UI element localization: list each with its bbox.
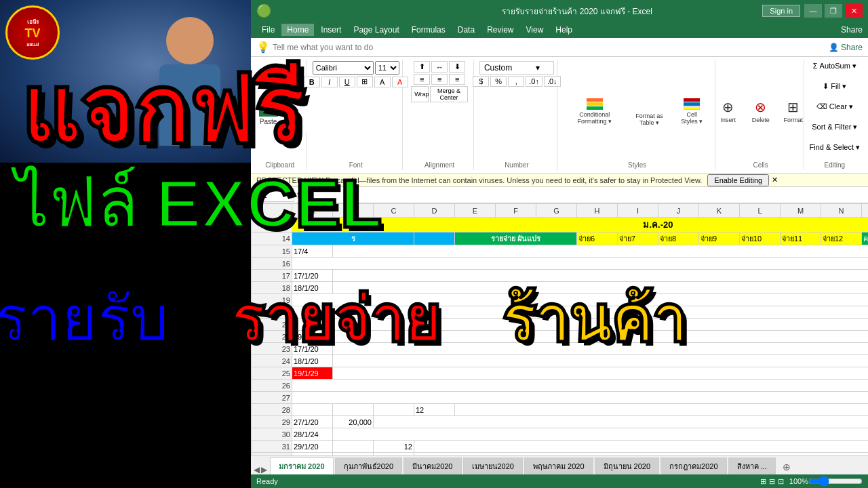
align-left-button[interactable]: ≡ bbox=[414, 74, 430, 85]
table-cell[interactable] bbox=[292, 380, 869, 392]
font-family-select[interactable]: Calibri bbox=[313, 61, 374, 75]
underline-button[interactable]: U bbox=[339, 77, 355, 87]
table-cell[interactable] bbox=[292, 258, 869, 270]
share-icon-btn[interactable]: 👤 Share bbox=[829, 43, 863, 52]
table-cell[interactable] bbox=[455, 404, 869, 416]
sign-in-button[interactable]: Sign in bbox=[762, 5, 800, 17]
table-cell[interactable]: 17/1/20 bbox=[292, 343, 333, 355]
sheet-tab-august[interactable]: สิงหาค ... bbox=[728, 458, 776, 474]
align-bottom-button[interactable]: ⬇ bbox=[449, 61, 465, 73]
table-cell[interactable] bbox=[333, 355, 869, 367]
align-top-button[interactable]: ⬆ bbox=[414, 61, 430, 73]
table-cell[interactable] bbox=[292, 294, 869, 306]
table-cell[interactable]: 18/1/20 bbox=[292, 355, 333, 367]
table-cell[interactable]: 100,000 bbox=[333, 453, 374, 456]
find-select-button[interactable]: Find & Select ▾ bbox=[806, 142, 863, 161]
menu-review[interactable]: Review bbox=[481, 24, 519, 36]
table-cell[interactable] bbox=[292, 319, 869, 331]
close-button[interactable]: ✕ bbox=[845, 4, 863, 18]
border-button[interactable]: ⊞ bbox=[357, 76, 373, 87]
share-button[interactable]: Share bbox=[841, 25, 863, 35]
wrap-text-button[interactable]: Wrap bbox=[411, 86, 429, 102]
decimal-increase-button[interactable]: .0↑ bbox=[526, 76, 542, 87]
col-header-b[interactable]: B bbox=[333, 204, 374, 218]
col-header-f[interactable]: F bbox=[496, 204, 536, 218]
table-cell[interactable] bbox=[292, 404, 333, 416]
table-cell[interactable]: 28/1/24 bbox=[292, 428, 333, 441]
next-sheet-button[interactable]: ▶ bbox=[261, 465, 267, 474]
number-format-dropdown[interactable]: Custom ▾ bbox=[479, 61, 554, 75]
table-cell[interactable]: 12 bbox=[414, 404, 455, 416]
table-cell[interactable] bbox=[333, 331, 869, 343]
table-cell[interactable]: 17/4 bbox=[292, 245, 333, 258]
table-cell[interactable]: จ่าย9 bbox=[699, 232, 740, 245]
cell-reference-input[interactable]: A1 bbox=[254, 188, 294, 202]
clear-button[interactable]: ⌫ Clear ▾ bbox=[806, 102, 863, 121]
sheet-tab-february[interactable]: กุมภาพันธ์2020 bbox=[335, 458, 402, 474]
table-cell[interactable]: 12 bbox=[374, 441, 414, 453]
table-cell[interactable]: 1,000 bbox=[374, 453, 414, 456]
table-cell[interactable] bbox=[333, 282, 869, 294]
table-cell[interactable] bbox=[414, 441, 869, 453]
view-normal-icon[interactable]: ⊞ bbox=[760, 477, 766, 486]
sheet-tab-april[interactable]: เมษายน2020 bbox=[463, 458, 523, 474]
view-preview-icon[interactable]: ⊡ bbox=[778, 477, 784, 486]
subheader-cell[interactable]: รายจ่าย ผันแปร bbox=[455, 232, 577, 245]
table-cell[interactable] bbox=[333, 428, 869, 441]
table-cell[interactable]: จ่าย11 bbox=[781, 232, 821, 245]
table-cell[interactable]: 17/1/20 bbox=[292, 270, 333, 282]
minimize-button[interactable]: — bbox=[804, 4, 822, 18]
enable-editing-button[interactable]: Enable Editing bbox=[707, 174, 769, 186]
align-right-button[interactable]: ≡ bbox=[449, 74, 465, 85]
conditional-formatting-button[interactable]: Conditional Formatting ▾ bbox=[566, 95, 624, 128]
table-cell[interactable] bbox=[333, 245, 869, 258]
table-cell[interactable]: ร bbox=[292, 232, 414, 245]
table-cell[interactable] bbox=[333, 367, 869, 380]
col-header-g[interactable]: G bbox=[536, 204, 577, 218]
table-cell[interactable] bbox=[333, 343, 869, 355]
sheet-tab-may[interactable]: พฤษภาคม 2020 bbox=[524, 458, 593, 474]
table-cell[interactable]: คงเหลือ bbox=[862, 232, 869, 245]
formula-input[interactable] bbox=[307, 190, 865, 200]
col-header-k[interactable]: K bbox=[699, 204, 740, 218]
zoom-slider[interactable] bbox=[808, 476, 863, 487]
table-cell[interactable]: 30/1/20 bbox=[292, 453, 333, 456]
add-sheet-button[interactable]: ⊕ bbox=[777, 460, 796, 474]
table-cell[interactable]: จ่าย6 bbox=[577, 232, 618, 245]
header-cell[interactable]: ม.ค.-20 bbox=[292, 218, 869, 232]
table-cell[interactable]: 29/1/20 bbox=[292, 441, 333, 453]
comma-button[interactable]: , bbox=[508, 76, 524, 87]
table-cell[interactable] bbox=[333, 404, 374, 416]
col-header-o[interactable]: O bbox=[862, 204, 869, 218]
table-cell[interactable]: 19/1/20 bbox=[292, 331, 333, 343]
fill-button[interactable]: ⬇ Fill ▾ bbox=[806, 81, 863, 100]
table-cell[interactable] bbox=[374, 404, 414, 416]
sheet-tab-march[interactable]: มีนาคม2020 bbox=[403, 458, 461, 474]
format-button[interactable]: ⊞ Format bbox=[778, 96, 808, 127]
col-header-h[interactable]: H bbox=[577, 204, 618, 218]
menu-insert[interactable]: Insert bbox=[315, 24, 347, 36]
table-cell[interactable] bbox=[333, 270, 869, 282]
menu-home[interactable]: Home bbox=[281, 24, 314, 36]
font-color-button[interactable]: A bbox=[392, 77, 408, 87]
col-header-c[interactable]: C bbox=[374, 204, 414, 218]
paste-button[interactable]: 📋 Paste bbox=[254, 94, 283, 129]
menu-formulas[interactable]: Formulas bbox=[406, 24, 451, 36]
table-cell[interactable] bbox=[333, 441, 374, 453]
col-header-i[interactable]: I bbox=[618, 204, 658, 218]
menu-help[interactable]: Help bbox=[550, 24, 578, 36]
notification-close-button[interactable]: ✕ bbox=[772, 176, 778, 184]
menu-page-layout[interactable]: Page Layout bbox=[348, 24, 404, 36]
col-header-d[interactable]: D bbox=[414, 204, 455, 218]
col-header-j[interactable]: J bbox=[658, 204, 699, 218]
prev-sheet-button[interactable]: ◀ bbox=[254, 465, 260, 474]
tell-me-input[interactable] bbox=[273, 43, 826, 52]
col-header-l[interactable]: L bbox=[740, 204, 781, 218]
sheet-tab-july[interactable]: กรกฎาคม2020 bbox=[660, 458, 726, 474]
view-layout-icon[interactable]: ⊟ bbox=[769, 477, 775, 486]
table-cell[interactable]: จ่าย7 bbox=[618, 232, 658, 245]
percent-button[interactable]: % bbox=[490, 76, 507, 87]
format-as-table-button[interactable]: Format as Table ▾ bbox=[627, 94, 672, 129]
table-cell[interactable]: จ่าย8 bbox=[658, 232, 699, 245]
table-cell[interactable] bbox=[292, 392, 869, 404]
